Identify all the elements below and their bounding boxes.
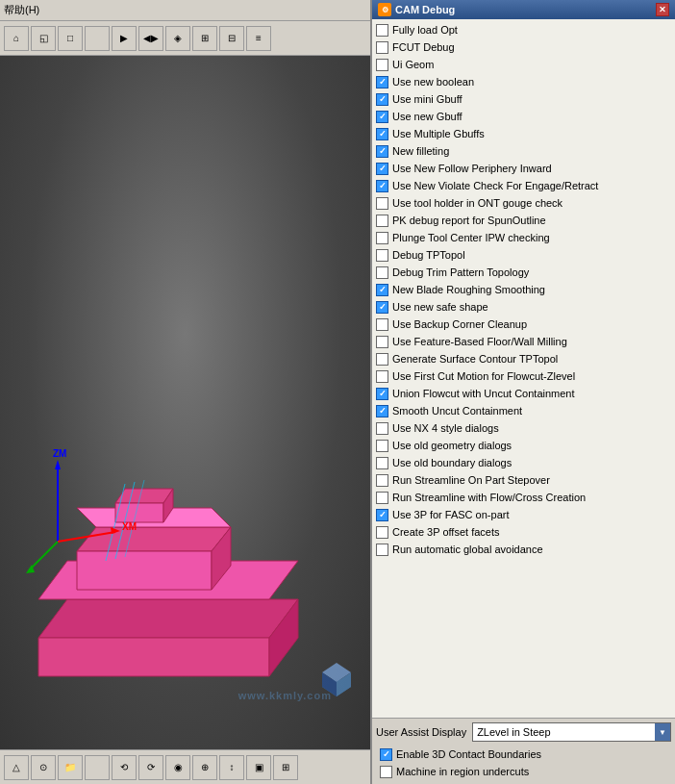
checkbox-row-use-new-follow-periphery[interactable]: Use New Follow Periphery Inward bbox=[372, 160, 675, 177]
checkbox-row-use-nx4-style[interactable]: Use NX 4 style dialogs bbox=[372, 419, 675, 437]
bottom-btn-10[interactable]: ▣ bbox=[246, 755, 271, 780]
checkbox-row-use-tool-holder-ont[interactable]: Use tool holder in ONT gouge check bbox=[372, 194, 675, 212]
enable-3d-contact-row[interactable]: Enable 3D Contact Boundaries bbox=[376, 746, 671, 763]
checkbox-use-nx4-style[interactable] bbox=[376, 422, 388, 435]
checkbox-use-mini-gbuff[interactable] bbox=[376, 93, 388, 106]
bottom-btn-7[interactable]: ◉ bbox=[165, 755, 190, 780]
checkbox-fully-load-opt[interactable] bbox=[376, 24, 388, 37]
checkbox-use-old-geometry[interactable] bbox=[376, 440, 388, 452]
checkbox-use-backup-corner[interactable] bbox=[376, 318, 388, 331]
toolbar-btn-1[interactable]: ⌂ bbox=[4, 26, 29, 51]
checkbox-use-multiple-gbuffs[interactable] bbox=[376, 128, 388, 140]
checkbox-row-use-new-boolean[interactable]: Use new boolean bbox=[372, 73, 675, 90]
bottom-btn-4[interactable] bbox=[85, 755, 110, 780]
checkbox-row-use-backup-corner[interactable]: Use Backup Corner Cleanup bbox=[372, 316, 675, 333]
bottom-btn-1[interactable]: △ bbox=[4, 755, 29, 780]
checkbox-union-flowcut[interactable] bbox=[376, 388, 388, 400]
toolbar-btn-7[interactable]: ◈ bbox=[165, 26, 190, 51]
checkbox-use-new-safe-shape[interactable] bbox=[376, 301, 388, 314]
label-use-mini-gbuff: Use mini Gbuff bbox=[392, 92, 462, 106]
toolbar-btn-8[interactable]: ⊞ bbox=[192, 26, 217, 51]
checkbox-run-automatic-global[interactable] bbox=[376, 544, 388, 556]
checkbox-row-run-streamline-on-part[interactable]: Run Streamline On Part Stepover bbox=[372, 471, 675, 489]
checkbox-row-fully-load-opt[interactable]: Fully load Opt bbox=[372, 21, 675, 38]
toolbar-btn-6[interactable]: ◀▶ bbox=[138, 26, 163, 51]
checkbox-row-plunge-tool-center[interactable]: Plunge Tool Center IPW checking bbox=[372, 229, 675, 246]
checkbox-new-blade-roughing[interactable] bbox=[376, 284, 388, 296]
bottom-btn-5[interactable]: ⟲ bbox=[112, 755, 137, 780]
toolbar-btn-2[interactable]: ◱ bbox=[31, 26, 56, 51]
machine-in-region-checkbox[interactable] bbox=[380, 766, 392, 778]
svg-marker-5 bbox=[77, 551, 212, 590]
dialog-scrollable-content[interactable]: Fully load OptFCUT DebugUi GeomUse new b… bbox=[372, 19, 675, 718]
checkbox-row-union-flowcut[interactable]: Union Flowcut with Uncut Containment bbox=[372, 385, 675, 402]
user-assist-dropdown[interactable]: ZLevel in Steep ▼ bbox=[472, 722, 671, 742]
checkbox-pk-debug-report[interactable] bbox=[376, 215, 388, 227]
checkbox-row-use-feature-based[interactable]: Use Feature-Based Floor/Wall Milling bbox=[372, 333, 675, 350]
checkbox-row-use-mini-gbuff[interactable]: Use mini Gbuff bbox=[372, 90, 675, 108]
checkbox-row-use-old-boundary[interactable]: Use old boundary dialogs bbox=[372, 454, 675, 471]
checkbox-use-tool-holder-ont[interactable] bbox=[376, 197, 388, 210]
bottom-btn-9[interactable]: ↕ bbox=[219, 755, 244, 780]
menubar: 帮助(H) bbox=[0, 0, 370, 21]
checkbox-debug-trim-pattern[interactable] bbox=[376, 266, 388, 279]
checkbox-row-new-blade-roughing[interactable]: New Blade Roughing Smoothing bbox=[372, 281, 675, 298]
titlebar-left: ⚙ CAM Debug bbox=[378, 3, 455, 16]
checkbox-row-pk-debug-report[interactable]: PK debug report for SpunOutline bbox=[372, 212, 675, 229]
bottom-btn-11[interactable]: ⊞ bbox=[273, 755, 298, 780]
checkbox-row-debug-trim-pattern[interactable]: Debug Trim Pattern Topology bbox=[372, 264, 675, 281]
checkbox-create-3p-offset[interactable] bbox=[376, 526, 388, 539]
toolbar-btn-9[interactable]: ⊟ bbox=[219, 26, 244, 51]
view-cube[interactable] bbox=[312, 653, 361, 701]
toolbar-btn-4[interactable] bbox=[85, 26, 110, 51]
checkbox-row-smooth-uncut[interactable]: Smooth Uncut Containment bbox=[372, 402, 675, 419]
label-use-old-boundary: Use old boundary dialogs bbox=[392, 456, 512, 469]
checkbox-row-new-filleting[interactable]: New filleting bbox=[372, 142, 675, 160]
checkbox-ui-geom[interactable] bbox=[376, 59, 388, 71]
checkbox-use-first-cut-motion[interactable] bbox=[376, 370, 388, 383]
checkbox-row-generate-surface-contour[interactable]: Generate Surface Contour TPTopol bbox=[372, 350, 675, 367]
checkbox-use-old-boundary[interactable] bbox=[376, 457, 388, 469]
checkbox-run-streamline-on-part[interactable] bbox=[376, 474, 388, 487]
label-run-automatic-global: Run automatic global avoidance bbox=[392, 543, 543, 556]
checkbox-row-create-3p-offset[interactable]: Create 3P offset facets bbox=[372, 523, 675, 541]
checkbox-use-3p-fasc[interactable] bbox=[376, 509, 388, 521]
bottom-btn-6[interactable]: ⟳ bbox=[138, 755, 163, 780]
checkbox-row-use-multiple-gbuffs[interactable]: Use Multiple Gbuffs bbox=[372, 125, 675, 142]
toolbar-btn-3[interactable]: □ bbox=[58, 26, 83, 51]
checkbox-plunge-tool-center[interactable] bbox=[376, 232, 388, 244]
toolbar-btn-10[interactable]: ≡ bbox=[246, 26, 271, 51]
help-menu[interactable]: 帮助(H) bbox=[4, 3, 39, 17]
checkbox-use-feature-based[interactable] bbox=[376, 336, 388, 348]
checkbox-row-use-3p-fasc[interactable]: Use 3P for FASC on-part bbox=[372, 506, 675, 523]
checkbox-row-run-automatic-global[interactable]: Run automatic global avoidance bbox=[372, 541, 675, 558]
checkbox-smooth-uncut[interactable] bbox=[376, 405, 388, 417]
checkbox-row-use-new-violate-check[interactable]: Use New Violate Check For Engage/Retract bbox=[372, 177, 675, 194]
checkbox-row-ui-geom[interactable]: Ui Geom bbox=[372, 56, 675, 73]
checkbox-row-run-streamline-flow[interactable]: Run Streamline with Flow/Cross Creation bbox=[372, 489, 675, 506]
checkbox-use-new-violate-check[interactable] bbox=[376, 180, 388, 192]
checkbox-row-fcut-debug[interactable]: FCUT Debug bbox=[372, 38, 675, 56]
checkbox-row-debug-tptopol[interactable]: Debug TPTopol bbox=[372, 246, 675, 264]
bottom-btn-8[interactable]: ⊕ bbox=[192, 755, 217, 780]
enable-3d-contact-checkbox[interactable] bbox=[380, 748, 392, 761]
checkbox-use-new-follow-periphery[interactable] bbox=[376, 163, 388, 175]
bottom-btn-2[interactable]: ⊙ bbox=[31, 755, 56, 780]
checkbox-new-filleting[interactable] bbox=[376, 145, 388, 158]
toolbar-btn-5[interactable]: ▶ bbox=[112, 26, 137, 51]
checkbox-fcut-debug[interactable] bbox=[376, 41, 388, 54]
checkbox-row-use-new-gbuff[interactable]: Use new Gbuff bbox=[372, 108, 675, 125]
checkbox-row-use-old-geometry[interactable]: Use old geometry dialogs bbox=[372, 437, 675, 454]
enable-3d-contact-label: Enable 3D Contact Boundaries bbox=[396, 747, 541, 761]
close-button[interactable]: ✕ bbox=[656, 3, 669, 16]
checkbox-use-new-boolean[interactable] bbox=[376, 76, 388, 89]
checkbox-row-use-first-cut-motion[interactable]: Use First Cut Motion for Flowcut-Zlevel bbox=[372, 367, 675, 385]
bottom-btn-3[interactable]: 📁 bbox=[58, 755, 83, 780]
checkbox-row-use-new-safe-shape[interactable]: Use new safe shape bbox=[372, 298, 675, 316]
checkbox-debug-tptopol[interactable] bbox=[376, 249, 388, 262]
checkbox-generate-surface-contour[interactable] bbox=[376, 353, 388, 366]
machine-in-region-row[interactable]: Machine in region undercuts bbox=[376, 763, 671, 780]
checkbox-use-new-gbuff[interactable] bbox=[376, 111, 388, 123]
checkbox-run-streamline-flow[interactable] bbox=[376, 492, 388, 504]
label-plunge-tool-center: Plunge Tool Center IPW checking bbox=[392, 231, 550, 244]
